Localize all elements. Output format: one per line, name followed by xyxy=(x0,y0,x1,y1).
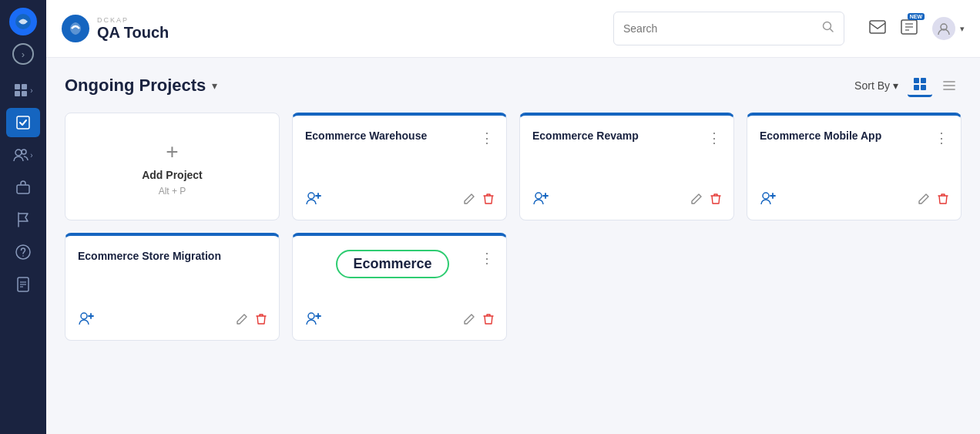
logo-qatouch: QA Touch xyxy=(97,24,169,42)
svg-point-31 xyxy=(308,193,314,199)
delete-ecommerce-icon[interactable] xyxy=(483,313,494,328)
card-header: Ecommerce Store Migration xyxy=(78,250,267,262)
card-header: Ecommerce Warehouse ⋮ xyxy=(305,130,494,146)
edit-migration-icon[interactable] xyxy=(236,313,248,328)
svg-point-43 xyxy=(308,313,314,319)
sidebar-item-briefcase[interactable] xyxy=(6,173,40,202)
topbar: DCKAP QA Touch xyxy=(46,0,980,58)
project-title-mobile: Ecommerce Mobile App xyxy=(760,130,935,142)
project-menu-ecommerce[interactable]: ⋮ xyxy=(480,250,494,267)
project-title-revamp: Ecommerce Revamp xyxy=(532,130,707,142)
svg-rect-4 xyxy=(22,91,27,96)
add-project-plus-icon: + xyxy=(166,140,178,164)
card-actions xyxy=(918,193,948,208)
projects-row2: Ecommerce Store Migration xyxy=(65,233,962,341)
logo-text: DCKAP QA Touch xyxy=(97,16,169,42)
card-actions xyxy=(463,313,494,328)
project-title-ecommerce-highlighted: Ecommerce xyxy=(336,250,448,278)
project-card-migration[interactable]: Ecommerce Store Migration xyxy=(65,233,280,341)
member-add-warehouse-icon[interactable] xyxy=(305,191,322,209)
content-header: Ongoing Projects ▾ Sort By ▾ xyxy=(65,73,962,97)
delete-mobile-icon[interactable] xyxy=(938,193,948,208)
card-footer xyxy=(760,191,948,209)
member-add-mobile-icon[interactable] xyxy=(760,191,777,209)
svg-point-6 xyxy=(15,150,22,156)
projects-row1: + Add Project Alt + P Ecommerce Warehous… xyxy=(65,113,962,220)
sidebar-toggle-button[interactable]: › xyxy=(12,43,34,65)
svg-rect-26 xyxy=(914,85,919,90)
mail-icon[interactable] xyxy=(869,20,886,38)
projects-title: Ongoing Projects xyxy=(65,76,206,96)
project-card-warehouse[interactable]: Ecommerce Warehouse ⋮ xyxy=(292,113,507,220)
sort-chevron-icon: ▾ xyxy=(893,79,898,92)
team-chevron-icon: › xyxy=(30,151,32,160)
logo-dckap: DCKAP xyxy=(97,16,169,24)
add-project-label: Add Project xyxy=(142,169,203,181)
project-title-migration: Ecommerce Store Migration xyxy=(78,250,267,262)
sidebar: › › › xyxy=(0,0,46,434)
app-logo-icon xyxy=(9,8,37,35)
edit-ecommerce-icon[interactable] xyxy=(463,313,475,328)
view-toggle xyxy=(908,73,962,97)
svg-rect-8 xyxy=(17,185,29,193)
svg-rect-2 xyxy=(22,84,27,89)
sidebar-item-projects[interactable] xyxy=(6,108,40,137)
sidebar-item-team[interactable]: › xyxy=(6,140,40,170)
edit-revamp-icon[interactable] xyxy=(690,193,703,208)
svg-rect-24 xyxy=(914,78,919,83)
card-footer xyxy=(305,311,494,329)
card-header: Ecommerce Mobile App ⋮ xyxy=(760,130,948,146)
member-add-revamp-icon[interactable] xyxy=(532,191,549,209)
project-card-ecommerce[interactable]: Ecommerce ⋮ xyxy=(292,233,507,341)
new-badge: NEW xyxy=(908,13,925,20)
svg-rect-18 xyxy=(870,21,885,33)
sidebar-item-flag[interactable] xyxy=(6,205,40,234)
header-right: Sort By ▾ xyxy=(854,73,962,97)
project-menu-mobile[interactable]: ⋮ xyxy=(935,130,948,146)
dashboard-chevron-icon: › xyxy=(30,86,32,95)
topbar-icons: NEW ▾ xyxy=(869,17,965,40)
main-wrapper: DCKAP QA Touch xyxy=(46,0,980,434)
search-input[interactable] xyxy=(623,22,822,35)
edit-mobile-icon[interactable] xyxy=(918,193,930,208)
delete-warehouse-icon[interactable] xyxy=(483,193,494,208)
svg-rect-5 xyxy=(17,116,29,129)
project-card-mobile[interactable]: Ecommerce Mobile App ⋮ xyxy=(747,113,962,220)
delete-revamp-icon[interactable] xyxy=(710,193,721,208)
content-area: Ongoing Projects ▾ Sort By ▾ xyxy=(46,58,980,434)
projects-dropdown[interactable]: Ongoing Projects ▾ xyxy=(65,76,217,96)
member-add-migration-icon[interactable] xyxy=(78,311,95,329)
svg-point-10 xyxy=(16,245,30,259)
sort-by-button[interactable]: Sort By ▾ xyxy=(854,79,898,92)
user-menu[interactable]: ▾ xyxy=(932,17,965,40)
project-menu-warehouse[interactable]: ⋮ xyxy=(480,130,494,146)
project-card-revamp[interactable]: Ecommerce Revamp ⋮ xyxy=(519,113,734,220)
svg-rect-1 xyxy=(15,84,20,89)
user-avatar xyxy=(932,17,955,40)
logo-area: DCKAP QA Touch xyxy=(62,15,169,42)
logo-icon xyxy=(62,15,89,42)
card-actions xyxy=(236,313,267,328)
project-title-warehouse: Ecommerce Warehouse xyxy=(305,130,480,142)
svg-point-7 xyxy=(22,150,26,154)
whats-new-icon[interactable]: NEW xyxy=(900,18,918,40)
member-add-ecommerce-icon[interactable] xyxy=(305,311,322,329)
edit-warehouse-icon[interactable] xyxy=(463,193,475,208)
search-bar[interactable] xyxy=(613,12,844,45)
project-menu-revamp[interactable]: ⋮ xyxy=(707,130,721,146)
delete-migration-icon[interactable] xyxy=(256,313,267,328)
card-header: Ecommerce ⋮ xyxy=(305,250,494,278)
add-project-card[interactable]: + Add Project Alt + P xyxy=(65,113,280,220)
card-footer xyxy=(78,311,267,329)
sidebar-item-report[interactable] xyxy=(6,270,40,299)
list-view-button[interactable] xyxy=(937,75,962,96)
sidebar-item-help[interactable] xyxy=(6,237,40,267)
sidebar-item-dashboard[interactable]: › xyxy=(6,76,40,105)
grid-view-button[interactable] xyxy=(908,73,932,97)
svg-point-34 xyxy=(535,193,542,199)
svg-rect-25 xyxy=(921,78,926,83)
add-project-shortcut: Alt + P xyxy=(159,186,186,197)
svg-rect-3 xyxy=(15,91,20,96)
search-icon xyxy=(822,21,834,36)
card-actions xyxy=(690,193,721,208)
